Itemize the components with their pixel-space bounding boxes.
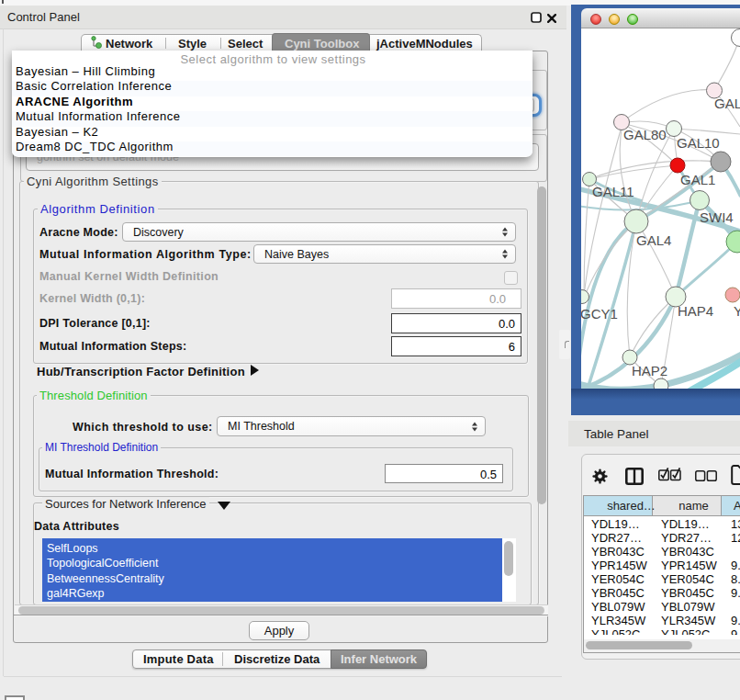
svg-text:GAL80: GAL80 [623, 127, 667, 142]
svg-text:SWI4: SWI4 [700, 209, 734, 225]
svg-text:Y: Y [734, 303, 740, 319]
svg-text:GAL4: GAL4 [636, 232, 671, 248]
svg-text:GAL11: GAL11 [592, 184, 634, 199]
svg-text:GAL10: GAL10 [677, 135, 720, 151]
svg-text:GCY1: GCY1 [581, 306, 618, 322]
svg-text:GAL1: GAL1 [680, 172, 715, 187]
svg-text:HAP4: HAP4 [678, 303, 713, 319]
svg-text:HAP2: HAP2 [632, 363, 667, 378]
svg-text:GAL7: GAL7 [714, 96, 740, 111]
